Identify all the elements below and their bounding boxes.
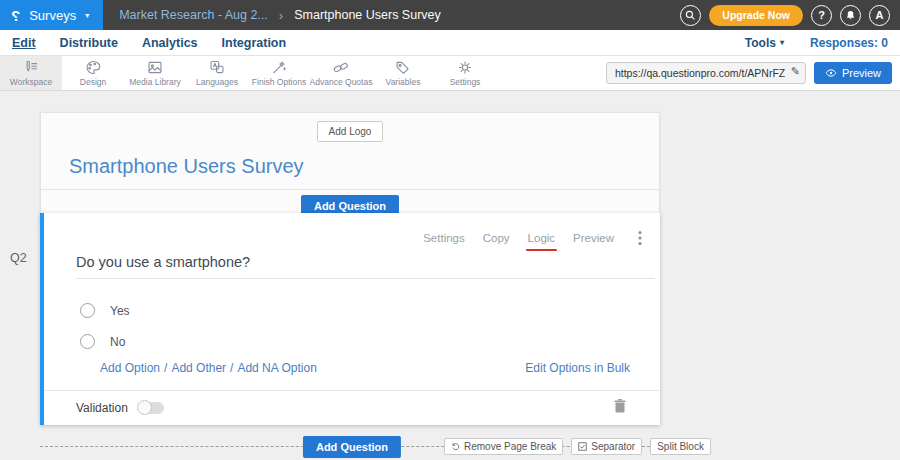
questionpro-survey-editor: ? Surveys ▾ Market Research - Aug 2... ›… [0, 0, 900, 460]
tools-menu[interactable]: Tools ▾ [745, 36, 784, 50]
add-logo-row: Add Logo [41, 113, 659, 142]
edit-url-icon[interactable]: ✎ [791, 65, 800, 78]
toggle-knob [137, 400, 152, 415]
add-option-links: Add Option / Add Other / Add NA Option [100, 361, 317, 375]
tab-edit[interactable]: Edit [12, 36, 36, 50]
survey-link-area: ✎ Preview [606, 56, 900, 90]
notifications-button[interactable] [840, 5, 861, 26]
question-text[interactable]: Do you use a smartphone? [76, 254, 250, 270]
eye-icon [825, 68, 837, 78]
upgrade-now-button[interactable]: Upgrade Now [709, 5, 803, 26]
breadcrumb-separator-icon: › [279, 8, 283, 23]
tag-icon [394, 59, 412, 76]
kebab-icon [638, 230, 642, 246]
tools-label: Tools [745, 36, 776, 50]
workspace-icon [22, 59, 40, 76]
toolbar-item-settings[interactable]: Settings [434, 56, 496, 90]
toolbar-item-media-library[interactable]: Media Library [124, 56, 186, 90]
magic-wand-icon [270, 59, 288, 76]
bell-icon [845, 10, 856, 21]
surveys-product-menu[interactable]: ? Surveys ▾ [0, 0, 103, 30]
answer-option-no[interactable]: No [80, 334, 125, 349]
question-action-tabs: Settings Copy Logic Preview [423, 232, 614, 244]
remove-page-break-icon [451, 442, 460, 451]
survey-url-input[interactable] [606, 62, 806, 84]
questionpro-logo-icon: ? [11, 7, 20, 24]
survey-title[interactable]: Smartphone Users Survey [69, 155, 659, 178]
help-button[interactable]: ? [811, 5, 832, 26]
edit-options-in-bulk-link[interactable]: Edit Options in Bulk [525, 361, 630, 375]
remove-page-break-label: Remove Page Break [464, 441, 556, 452]
delete-question-button[interactable] [614, 399, 626, 417]
question-block: Settings Copy Logic Preview Do you use a… [40, 213, 660, 425]
toolbar-item-workspace[interactable]: Workspace [0, 56, 62, 90]
split-block-label: Split Block [657, 441, 704, 452]
question-tab-settings[interactable]: Settings [423, 232, 465, 244]
question-tab-preview[interactable]: Preview [573, 232, 614, 244]
tab-distribute[interactable]: Distribute [60, 36, 118, 50]
tab-integration[interactable]: Integration [222, 36, 287, 50]
trash-icon [614, 399, 626, 413]
question-more-menu[interactable] [638, 230, 642, 250]
search-button[interactable] [680, 5, 701, 26]
validation-row: Validation [44, 390, 660, 425]
add-logo-button[interactable]: Add Logo [317, 121, 384, 142]
breadcrumb-folder[interactable]: Market Research - Aug 2... [119, 8, 268, 22]
breadcrumb: Market Research - Aug 2... › Smartphone … [119, 8, 441, 23]
question-number: Q2 [10, 251, 27, 265]
add-question-button-bottom[interactable]: Add Question [303, 436, 401, 458]
split-block-button[interactable]: Split Block [650, 438, 711, 455]
preview-button[interactable]: Preview [814, 62, 892, 84]
radio-icon[interactable] [80, 303, 95, 318]
option-label: No [110, 335, 125, 349]
option-label: Yes [110, 304, 130, 318]
survey-nav-bar: Edit Distribute Analytics Integration To… [0, 30, 900, 56]
remove-page-break-button[interactable]: Remove Page Break [444, 438, 563, 455]
search-icon [685, 10, 696, 21]
separator-button[interactable]: Separator [571, 438, 642, 455]
add-na-option-link[interactable]: Add NA Option [237, 361, 316, 375]
page-break-controls: Remove Page Break Separator Split Block [444, 438, 711, 455]
add-option-link[interactable]: Add Option [100, 361, 160, 375]
question-tab-copy[interactable]: Copy [483, 232, 510, 244]
translate-icon [208, 59, 226, 76]
toolbar-item-design[interactable]: Design [62, 56, 124, 90]
question-text-underline [76, 278, 655, 279]
avatar-initial: A [876, 9, 884, 21]
chevron-down-icon: ▾ [780, 38, 784, 47]
toolbar-item-languages[interactable]: Languages [186, 56, 248, 90]
toolbar-item-variables[interactable]: Variables [372, 56, 434, 90]
validation-toggle[interactable] [138, 402, 164, 414]
gear-icon [456, 59, 474, 76]
toolbar-item-finish-options[interactable]: Finish Options [248, 56, 310, 90]
checked-checkbox-icon [578, 442, 587, 451]
question-tab-logic[interactable]: Logic [528, 232, 556, 244]
chevron-down-icon: ▾ [85, 11, 89, 20]
top-bar: ? Surveys ▾ Market Research - Aug 2... ›… [0, 0, 900, 30]
tab-analytics[interactable]: Analytics [142, 36, 198, 50]
survey-url-box: ✎ [606, 62, 806, 84]
radio-icon[interactable] [80, 334, 95, 349]
product-label: Surveys [29, 8, 76, 23]
separator-label: Separator [591, 441, 635, 452]
toolbar-item-advance-quotas[interactable]: Advance Quotas [310, 56, 372, 90]
answer-option-yes[interactable]: Yes [80, 303, 130, 318]
validation-label: Validation [76, 401, 128, 415]
account-avatar[interactable]: A [869, 5, 890, 26]
link-separator: / [230, 361, 233, 375]
chain-links-icon [332, 59, 350, 76]
link-separator: / [164, 361, 167, 375]
breadcrumb-current: Smartphone Users Survey [294, 8, 441, 22]
image-icon [146, 59, 164, 76]
nav-right: Tools ▾ Responses: 0 [745, 36, 888, 50]
survey-header-card: Add Logo Smartphone Users Survey Add Que… [40, 112, 660, 224]
help-icon: ? [818, 9, 825, 21]
footer-add-question: Add Question [303, 436, 401, 458]
topbar-actions: Upgrade Now ? A [680, 5, 900, 26]
preview-label: Preview [842, 67, 881, 79]
editor-toolbar: Workspace Design Media Library Languages… [0, 56, 900, 91]
add-other-link[interactable]: Add Other [171, 361, 226, 375]
palette-icon [84, 59, 102, 76]
responses-count[interactable]: Responses: 0 [810, 36, 888, 50]
